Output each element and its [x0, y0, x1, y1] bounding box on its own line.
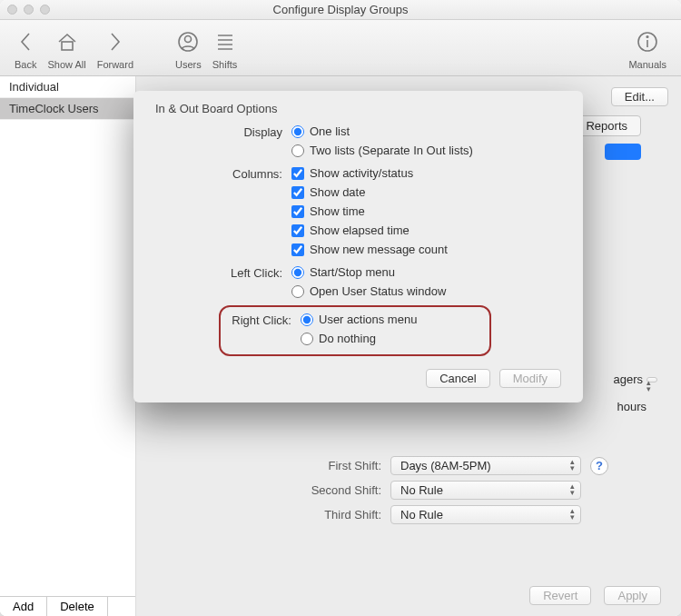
sidebar: Individual TimeClock Users Add Delete [0, 76, 136, 616]
right-actions-option[interactable]: User actions menu [301, 313, 417, 326]
sidebar-item-timeclock-users[interactable]: TimeClock Users [0, 98, 135, 120]
right-actions-radio[interactable] [301, 313, 313, 326]
columns-label: Columns: [155, 166, 291, 181]
second-shift-label: Second Shift: [311, 483, 381, 497]
revert-button[interactable]: Revert [529, 586, 591, 605]
right-nothing-option[interactable]: Do nothing [301, 332, 417, 345]
col-time-option[interactable]: Show time [291, 204, 448, 218]
rightclick-highlight: Right Click: User actions menu Do nothin… [219, 305, 491, 356]
first-shift-label: First Shift: [328, 459, 381, 472]
window-title: Configure Display Groups [0, 3, 681, 16]
chevron-updown-icon: ▴▾ [570, 483, 575, 496]
showall-button[interactable]: Show All [47, 26, 85, 70]
col-activity-checkbox[interactable] [291, 167, 304, 180]
list-icon [213, 26, 237, 57]
display-two-lists-option[interactable]: Two lists (Separate In Out lists) [291, 144, 473, 157]
col-elapsed-option[interactable]: Show elapsed time [291, 224, 448, 237]
col-time-checkbox[interactable] [291, 205, 304, 218]
svg-rect-0 [62, 42, 73, 50]
second-shift-popup[interactable]: No Rule▴▾ [390, 481, 581, 500]
rightclick-label: Right Click: [228, 313, 301, 327]
right-nothing-radio[interactable] [301, 333, 313, 345]
col-activity-option[interactable]: Show activity/status [291, 166, 448, 180]
third-shift-popup[interactable]: No Rule▴▾ [390, 505, 581, 524]
home-icon [55, 26, 79, 57]
blue-segment[interactable] [605, 144, 641, 160]
options-sheet: In & Out Board Options Display One list … [133, 91, 583, 402]
left-openstatus-option[interactable]: Open User Status window [291, 284, 446, 298]
help-icon[interactable]: ? [590, 457, 608, 475]
col-msgcount-checkbox[interactable] [291, 243, 304, 256]
display-two-lists-radio[interactable] [291, 144, 304, 157]
info-icon [636, 26, 659, 57]
users-button[interactable]: Users [175, 26, 202, 70]
leftclick-label: Left Click: [155, 265, 291, 280]
app-window: Configure Display Groups Back Show All [0, 0, 681, 616]
display-one-list-radio[interactable] [291, 125, 304, 138]
toolbar: Back Show All Forward Users [0, 20, 681, 76]
left-startstop-radio[interactable] [291, 266, 304, 279]
col-date-checkbox[interactable] [291, 186, 304, 199]
modify-button[interactable]: Modify [499, 369, 561, 388]
svg-point-9 [646, 35, 648, 37]
sidebar-footer: Add Delete [0, 596, 135, 616]
titlebar: Configure Display Groups [0, 0, 681, 20]
third-shift-label: Third Shift: [324, 508, 381, 522]
col-date-option[interactable]: Show date [291, 185, 448, 199]
left-openstatus-radio[interactable] [291, 285, 304, 298]
cancel-button[interactable]: Cancel [426, 369, 489, 388]
manuals-button[interactable]: Manuals [628, 26, 666, 70]
shifts-button[interactable]: Shifts [212, 26, 238, 70]
peek-agers-label: agers [613, 373, 643, 386]
edit-button[interactable]: Edit... [611, 87, 668, 106]
left-startstop-option[interactable]: Start/Stop menu [291, 265, 446, 279]
forward-button[interactable]: Forward [97, 26, 133, 70]
back-button[interactable]: Back [15, 26, 36, 70]
user-icon [176, 26, 200, 57]
sidebar-item-individual[interactable]: Individual [0, 76, 135, 98]
peek-hours-label: hours [617, 400, 646, 413]
chevron-left-icon [16, 26, 35, 57]
col-msgcount-option[interactable]: Show new message count [291, 243, 448, 256]
chevron-updown-icon: ▴▾ [646, 380, 651, 392]
display-label: Display [155, 124, 291, 139]
chevron-updown-icon: ▴▾ [570, 508, 575, 521]
sheet-title: In & Out Board Options [155, 102, 561, 115]
peek-popup[interactable]: ▴▾ [646, 377, 657, 383]
col-elapsed-checkbox[interactable] [291, 224, 304, 237]
first-shift-popup[interactable]: Days (8AM-5PM)▴▾ [390, 456, 581, 475]
chevron-updown-icon: ▴▾ [570, 459, 575, 472]
display-one-list-option[interactable]: One list [291, 124, 473, 138]
chevron-right-icon [106, 26, 124, 57]
svg-point-2 [185, 35, 192, 42]
delete-button[interactable]: Delete [47, 597, 108, 616]
apply-button[interactable]: Apply [604, 586, 661, 605]
add-button[interactable]: Add [0, 597, 47, 616]
